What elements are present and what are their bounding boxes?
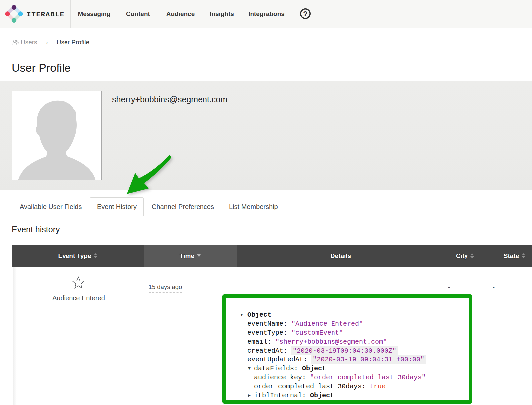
svg-text:ITERABLE: ITERABLE — [27, 11, 65, 18]
svg-text:?: ? — [303, 10, 307, 18]
